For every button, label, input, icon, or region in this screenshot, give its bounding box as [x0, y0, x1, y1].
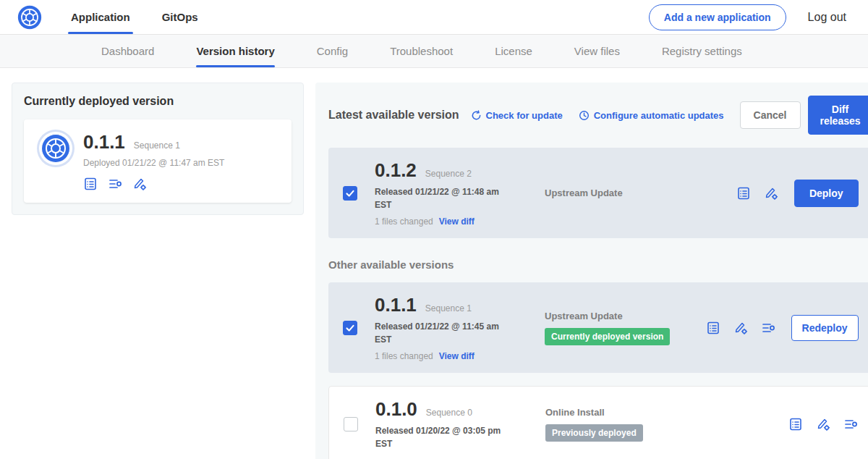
- other-versions-title: Other available versions: [328, 258, 868, 271]
- release-notes-icon[interactable]: [706, 321, 720, 335]
- currently-deployed-panel: Currently deployed version: [12, 83, 304, 215]
- previously-deployed-badge: Previously deployed: [545, 424, 643, 442]
- deployed-sequence: Sequence 1: [134, 140, 180, 151]
- subnav-dashboard[interactable]: Dashboard: [101, 35, 154, 67]
- deployed-version-card: 0.1.1 Sequence 1 Deployed 01/21/22 @ 11:…: [24, 119, 292, 203]
- version-number: 0.1.0: [375, 398, 417, 421]
- subnav-registry-settings[interactable]: Registry settings: [662, 35, 742, 67]
- version-source: Upstream Update: [545, 188, 736, 198]
- version-number: 0.1.2: [375, 159, 417, 182]
- version-row-0-1-1: 0.1.1 Sequence 1 Released 01/21/22 @ 11:…: [328, 282, 868, 373]
- main-content: Currently deployed version: [0, 68, 868, 459]
- add-application-button[interactable]: Add a new application: [649, 4, 786, 30]
- version-actions: Deploy: [736, 180, 859, 207]
- source-label: Online Install: [545, 407, 788, 418]
- deployed-version-info: 0.1.1 Sequence 1 Deployed 01/21/22 @ 11:…: [83, 131, 278, 191]
- source-label: Upstream Update: [545, 188, 736, 198]
- configure-automatic-updates-label: Configure automatic updates: [594, 110, 724, 121]
- tab-application[interactable]: Application: [71, 0, 130, 34]
- view-diff-link[interactable]: View diff: [439, 351, 475, 361]
- deployed-action-icons: [83, 177, 278, 191]
- refresh-icon: [471, 110, 482, 121]
- check-for-update-label: Check for update: [486, 110, 563, 121]
- edit-config-icon[interactable]: [733, 321, 748, 335]
- version-info: 0.1.2 Sequence 2 Released 01/21/22 @ 11:…: [375, 159, 545, 227]
- released-timestamp: Released 01/21/22 @ 11:48 am EST: [375, 185, 509, 211]
- configure-automatic-updates-link[interactable]: Configure automatic updates: [579, 110, 724, 121]
- redeploy-button[interactable]: Redeploy: [791, 315, 859, 341]
- released-timestamp: Released 01/21/22 @ 11:45 am EST: [375, 320, 509, 346]
- clock-icon: [579, 110, 590, 121]
- deployed-version-number: 0.1.1: [83, 131, 125, 153]
- version-actions: [788, 417, 858, 431]
- release-notes-icon[interactable]: [83, 177, 98, 191]
- navbar-right: Add a new application Log out: [649, 4, 846, 30]
- version-source: Upstream Update Currently deployed versi…: [545, 311, 706, 345]
- latest-version-panel: Latest available version Check for updat…: [315, 83, 868, 459]
- version-info: 0.1.0 Sequence 0 Released 01/20/22 @ 03:…: [375, 398, 545, 450]
- top-navbar: Application GitOps Add a new application…: [0, 0, 868, 35]
- cancel-button[interactable]: Cancel: [740, 101, 801, 129]
- currently-deployed-badge: Currently deployed version: [545, 328, 670, 345]
- logout-link[interactable]: Log out: [808, 11, 846, 24]
- tab-gitops[interactable]: GitOps: [162, 0, 198, 34]
- kubernetes-app-icon: [41, 134, 70, 163]
- version-sequence: Sequence 0: [426, 408, 472, 418]
- version-checkbox[interactable]: [343, 321, 357, 335]
- version-checkbox[interactable]: [343, 186, 357, 201]
- view-logs-icon[interactable]: [108, 177, 122, 191]
- subnav-version-history[interactable]: Version history: [196, 35, 274, 67]
- app-subnav: Dashboard Version history Config Trouble…: [0, 35, 868, 68]
- version-source: Online Install Previously deployed: [545, 407, 788, 442]
- view-logs-icon[interactable]: [761, 321, 775, 335]
- deployed-panel-title: Currently deployed version: [24, 95, 292, 108]
- version-number: 0.1.1: [375, 294, 417, 316]
- version-row-0-1-2: 0.1.2 Sequence 2 Released 01/21/22 @ 11:…: [328, 148, 868, 238]
- version-actions: Redeploy: [706, 315, 859, 341]
- check-for-update-link[interactable]: Check for update: [471, 110, 563, 121]
- diff-releases-button[interactable]: Diff releases: [808, 96, 868, 135]
- deploy-button[interactable]: Deploy: [794, 180, 859, 207]
- release-notes-icon[interactable]: [788, 417, 803, 431]
- subnav-view-files[interactable]: View files: [574, 35, 620, 67]
- version-sequence: Sequence 1: [425, 303, 472, 313]
- subnav-config[interactable]: Config: [317, 35, 348, 67]
- deployed-timestamp: Deployed 01/21/22 @ 11:47 am EST: [83, 158, 278, 168]
- source-label: Upstream Update: [545, 311, 706, 321]
- version-sequence: Sequence 2: [425, 169, 472, 179]
- primary-tabs: Application GitOps: [71, 0, 198, 34]
- edit-config-icon[interactable]: [816, 417, 830, 431]
- version-checkbox[interactable]: [344, 417, 358, 431]
- version-info: 0.1.1 Sequence 1 Released 01/21/22 @ 11:…: [375, 294, 545, 361]
- release-notes-icon[interactable]: [736, 186, 751, 201]
- latest-panel-title: Latest available version: [328, 109, 459, 122]
- files-changed-label: 1 files changed: [375, 216, 433, 227]
- released-timestamp: Released 01/20/22 @ 03:05 pm EST: [375, 424, 509, 450]
- view-diff-link[interactable]: View diff: [439, 216, 475, 227]
- files-changed-label: 1 files changed: [375, 351, 433, 361]
- edit-config-icon[interactable]: [764, 186, 778, 201]
- subnav-troubleshoot[interactable]: Troubleshoot: [390, 35, 453, 67]
- edit-config-icon[interactable]: [132, 177, 147, 191]
- subnav-license[interactable]: License: [495, 35, 532, 67]
- latest-header: Latest available version Check for updat…: [328, 96, 868, 135]
- version-row-0-1-0: 0.1.0 Sequence 0 Released 01/20/22 @ 03:…: [328, 386, 868, 459]
- kubernetes-logo: [17, 5, 42, 30]
- view-logs-icon[interactable]: [843, 417, 858, 431]
